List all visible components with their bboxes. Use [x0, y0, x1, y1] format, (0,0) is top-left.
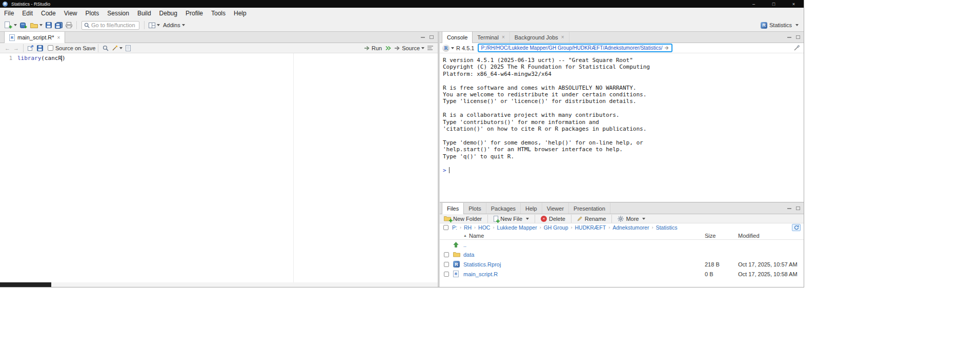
document-outline-button[interactable] [426, 43, 435, 53]
new-folder-button[interactable]: New Folder [443, 216, 483, 222]
project-selector[interactable]: R Statistics [761, 22, 801, 29]
rerun-button[interactable] [383, 43, 393, 53]
menu-view[interactable]: View [60, 8, 81, 19]
tab-presentation[interactable]: Presentation [569, 203, 610, 214]
file-row-data[interactable]: data [440, 250, 804, 259]
source-on-save-checkbox[interactable] [48, 45, 53, 51]
chevron-down-icon [157, 24, 160, 26]
breadcrumb-segment[interactable]: HOC [478, 224, 490, 231]
minimize-pane-icon[interactable] [421, 37, 425, 38]
menu-edit[interactable]: Edit [18, 8, 37, 19]
file-name-link[interactable]: .. [463, 242, 466, 248]
new-project-button[interactable] [18, 20, 29, 30]
tab-viewer[interactable]: Viewer [542, 203, 569, 214]
new-file-button[interactable] [3, 20, 18, 30]
source-button[interactable]: Source [393, 43, 426, 53]
file-row-rproj[interactable]: R Statistics.Rproj 218 B Oct 17, 2025, 1… [440, 259, 804, 269]
toolbar-separator [571, 215, 571, 223]
menu-build[interactable]: Build [133, 8, 155, 19]
tab-main-script[interactable]: R main_script.R* × [4, 32, 65, 43]
menu-debug[interactable]: Debug [155, 8, 181, 19]
close-tab-icon[interactable]: × [502, 34, 505, 40]
window-maximize-button[interactable]: □ [764, 0, 784, 8]
maximize-pane-icon[interactable] [430, 35, 434, 39]
column-name[interactable]: ▲ Name [463, 233, 701, 239]
breadcrumb-segment[interactable]: RH [464, 224, 472, 231]
addins-button[interactable]: Addins [161, 20, 187, 30]
menu-code[interactable]: Code [37, 8, 60, 19]
close-tab-icon[interactable]: × [561, 34, 564, 40]
horizontal-scrollbar[interactable] [0, 282, 438, 287]
breadcrumb-segment[interactable]: GH Group [544, 224, 568, 231]
tab-plots[interactable]: Plots [464, 203, 486, 214]
run-button[interactable]: Run [362, 43, 383, 53]
tab-packages[interactable]: Packages [486, 203, 521, 214]
save-document-button[interactable] [35, 43, 45, 53]
popout-button[interactable] [26, 43, 35, 53]
refresh-directory-button[interactable] [792, 224, 801, 231]
more-button[interactable]: More [617, 216, 646, 222]
code-editor[interactable]: 1 library(cancR) [0, 53, 438, 287]
goto-directory-icon[interactable] [664, 46, 669, 50]
console-prompt-line[interactable]: > [443, 167, 804, 173]
tab-files[interactable]: Files [442, 203, 464, 214]
row-checkbox[interactable] [444, 252, 449, 257]
code-tools-button[interactable] [110, 43, 124, 53]
column-modified[interactable]: Modified [734, 233, 804, 239]
breadcrumb-segment[interactable]: HUDKRÆFT [575, 224, 606, 231]
save-icon [46, 22, 52, 28]
back-button[interactable]: ← [3, 45, 12, 51]
window-minimize-button[interactable]: – [744, 0, 764, 8]
tab-help[interactable]: Help [521, 203, 542, 214]
breadcrumb-segment[interactable]: Lukkede Mapper [497, 224, 537, 231]
menu-tools[interactable]: Tools [207, 8, 230, 19]
row-checkbox[interactable] [444, 262, 449, 267]
maximize-pane-icon[interactable] [796, 207, 800, 210]
working-directory-box[interactable]: P:/RH/HOC/Lukkede Mapper/GH Group/HUDKRÆ… [478, 44, 672, 52]
delete-button[interactable]: × Delete [540, 216, 566, 222]
menu-help[interactable]: Help [230, 8, 251, 19]
tab-console[interactable]: Console [442, 32, 473, 43]
open-file-button[interactable] [29, 20, 44, 30]
tab-background-jobs[interactable]: Background Jobs × [510, 32, 569, 43]
goto-file-function-input[interactable] [91, 22, 137, 28]
select-all-checkbox[interactable] [443, 225, 448, 230]
save-button[interactable] [44, 20, 53, 30]
menu-plots[interactable]: Plots [81, 8, 104, 19]
working-directory-path[interactable]: P:/RH/HOC/Lukkede Mapper/GH Group/HUDKRÆ… [481, 45, 662, 51]
scrollbar-thumb[interactable] [0, 282, 51, 287]
menu-session[interactable]: Session [103, 8, 133, 19]
file-name-link[interactable]: main_script.R [463, 271, 498, 277]
find-replace-button[interactable] [101, 43, 110, 53]
file-name-link[interactable]: data [463, 252, 474, 258]
source-editor-pane: R main_script.R* × ← → Source on Save [0, 32, 439, 287]
new-file-button[interactable]: New File [493, 216, 530, 222]
toolbar-separator [535, 215, 535, 223]
breadcrumb-segment[interactable]: Statistics [656, 224, 677, 231]
file-name-link[interactable]: Statistics.Rproj [463, 261, 501, 267]
breadcrumb-segment[interactable]: P: [452, 224, 457, 231]
chevron-down-icon[interactable] [451, 47, 454, 49]
minimize-pane-icon[interactable] [787, 37, 791, 38]
forward-button[interactable]: → [12, 45, 21, 51]
pane-layout-button[interactable] [147, 20, 161, 30]
close-tab-icon[interactable]: × [57, 35, 60, 40]
rename-button[interactable]: Rename [576, 216, 607, 222]
print-button[interactable] [64, 20, 74, 30]
file-row-script[interactable]: R main_script.R 0 B Oct 17, 2025, 10:58 … [440, 269, 804, 279]
maximize-pane-icon[interactable] [796, 35, 800, 39]
menu-file[interactable]: File [0, 8, 18, 19]
save-all-button[interactable] [53, 20, 64, 30]
console-line: Type 'license()' or 'licence()' for dist… [443, 98, 804, 105]
minimize-pane-icon[interactable] [787, 208, 791, 209]
console-output[interactable]: R version 4.5.1 (2025-06-13 ucrt) -- "Gr… [440, 53, 804, 174]
row-checkbox[interactable] [444, 272, 449, 277]
column-size[interactable]: Size [701, 233, 734, 239]
compile-report-button[interactable] [124, 43, 132, 53]
menu-profile[interactable]: Profile [181, 8, 207, 19]
tab-terminal[interactable]: Terminal × [473, 32, 509, 43]
clear-console-button[interactable] [792, 43, 802, 53]
breadcrumb-segment[interactable]: Adnekstumorer [612, 224, 649, 231]
file-row-parent[interactable]: .. [440, 240, 804, 250]
window-close-button[interactable]: × [784, 0, 804, 8]
